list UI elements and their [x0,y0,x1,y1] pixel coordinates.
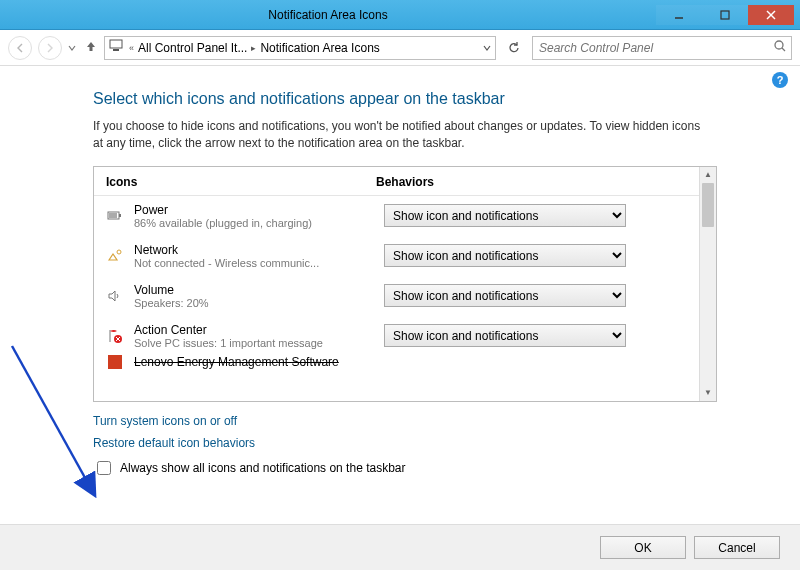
address-bar[interactable]: « All Control Panel It... ▸ Notification… [104,36,496,60]
breadcrumb-part2[interactable]: Notification Area Icons [260,41,379,55]
svg-point-6 [775,41,783,49]
scroll-thumb[interactable] [702,183,714,227]
content-area: ? Select which icons and notifications a… [0,66,800,478]
ok-button[interactable]: OK [600,536,686,559]
svg-line-7 [782,48,785,51]
icon-list: Icons Behaviors Power 86% available (plu… [93,166,717,402]
item-sub: Speakers: 20% [134,297,374,309]
item-name: Lenovo Energy Management Software [134,355,687,369]
item-sub: Solve PC issues: 1 important message [134,337,374,349]
svg-rect-4 [110,40,122,48]
scrollbar[interactable]: ▲ ▼ [699,167,716,401]
maximize-button[interactable] [702,5,748,25]
column-icons: Icons [106,175,376,189]
flag-icon [106,327,124,345]
behavior-select-action-center[interactable]: Show icon and notifications [384,324,626,347]
cancel-button[interactable]: Cancel [694,536,780,559]
always-show-checkbox-row: Always show all icons and notifications … [93,458,707,478]
titlebar: Notification Area Icons [0,0,800,30]
recent-locations-dropdown[interactable] [68,41,78,55]
item-name: Volume [134,283,374,297]
search-icon[interactable] [773,39,787,56]
list-row-power: Power 86% available (plugged in, chargin… [94,196,699,236]
page-description: If you choose to hide icons and notifica… [93,118,707,152]
breadcrumb-part1[interactable]: All Control Panel It... [138,41,247,55]
chevron-right-icon: « [129,43,134,53]
list-row-network: Network Not connected - Wireless communi… [94,236,699,276]
back-button[interactable] [8,36,32,60]
svg-point-11 [117,250,121,254]
help-icon[interactable]: ? [772,72,788,88]
up-button[interactable] [84,39,98,56]
monitor-icon [109,39,125,56]
item-name: Network [134,243,374,257]
link-turn-system-icons[interactable]: Turn system icons on or off [93,414,707,428]
link-restore-defaults[interactable]: Restore default icon behaviors [93,436,707,450]
minimize-button[interactable] [656,5,702,25]
chevron-right-icon: ▸ [251,43,256,53]
navbar: « All Control Panel It... ▸ Notification… [0,30,800,66]
search-box[interactable] [532,36,792,60]
battery-icon [106,207,124,225]
behavior-select-power[interactable]: Show icon and notifications [384,204,626,227]
scroll-down-icon[interactable]: ▼ [700,385,716,401]
footer: OK Cancel [0,524,800,570]
forward-button[interactable] [38,36,62,60]
item-sub: 86% available (plugged in, charging) [134,217,374,229]
scroll-up-icon[interactable]: ▲ [700,167,716,183]
always-show-label[interactable]: Always show all icons and notifications … [120,461,406,475]
page-heading: Select which icons and notifications app… [93,90,707,108]
list-row-volume: Volume Speakers: 20% Show icon and notif… [94,276,699,316]
svg-rect-10 [109,213,117,218]
item-name: Power [134,203,374,217]
always-show-checkbox[interactable] [97,461,111,475]
close-button[interactable] [748,5,794,25]
window-title: Notification Area Icons [0,8,656,22]
svg-rect-1 [721,11,729,19]
list-row-partial: Lenovo Energy Management Software [94,354,699,369]
address-dropdown-icon[interactable] [479,41,491,55]
svg-rect-9 [119,214,121,217]
links-section: Turn system icons on or off Restore defa… [93,414,707,450]
item-name: Action Center [134,323,374,337]
item-sub: Not connected - Wireless communic... [134,257,374,269]
network-icon [106,247,124,265]
column-behaviors: Behaviors [376,175,687,189]
app-icon [106,354,124,369]
behavior-select-volume[interactable]: Show icon and notifications [384,284,626,307]
refresh-button[interactable] [502,36,526,60]
behavior-select-network[interactable]: Show icon and notifications [384,244,626,267]
svg-rect-16 [108,355,122,369]
speaker-icon [106,287,124,305]
list-row-action-center: Action Center Solve PC issues: 1 importa… [94,316,699,356]
list-header: Icons Behaviors [94,167,699,196]
svg-rect-5 [113,49,119,51]
search-input[interactable] [537,40,773,56]
